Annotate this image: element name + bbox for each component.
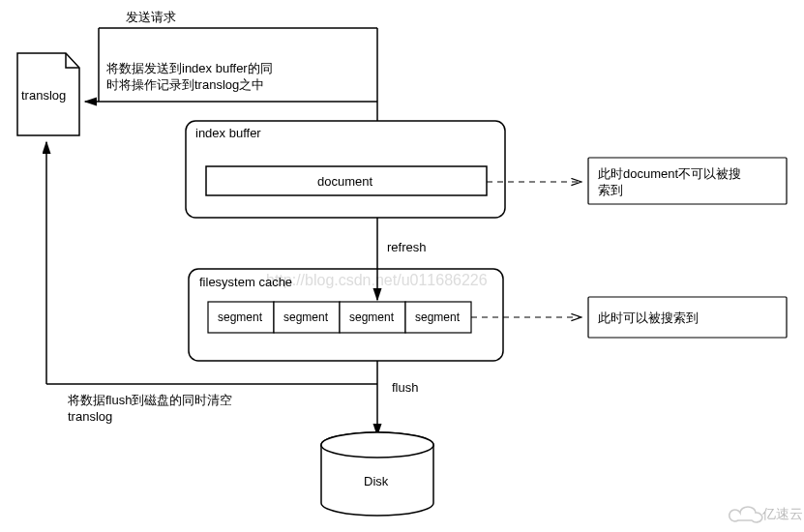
segment-2: segment bbox=[283, 310, 329, 324]
send-request-label: 发送请求 bbox=[126, 10, 176, 24]
note-searchable: 此时可以被搜索到 bbox=[588, 297, 787, 338]
segment-3: segment bbox=[349, 310, 395, 324]
translog-note-l1: 将数据发送到index buffer的同 bbox=[105, 61, 273, 75]
segments-row: segment segment segment segment bbox=[208, 302, 471, 333]
disk-cylinder: Disk bbox=[321, 432, 433, 516]
translog-file: translog bbox=[17, 53, 79, 135]
note-not-searchable-l1: 此时document不可以被搜 bbox=[598, 166, 741, 181]
flush-label: flush bbox=[392, 380, 418, 395]
translog-label: translog bbox=[21, 88, 66, 103]
brand-logo: 亿速云 bbox=[730, 506, 803, 522]
note-searchable-text: 此时可以被搜索到 bbox=[598, 310, 699, 325]
filesystem-cache-label: filesystem cache bbox=[199, 275, 292, 289]
brand-text: 亿速云 bbox=[761, 506, 803, 521]
index-buffer-box: index buffer document bbox=[186, 121, 505, 218]
document-label: document bbox=[317, 174, 372, 189]
svg-point-9 bbox=[321, 432, 433, 458]
note-not-searchable-l2: 索到 bbox=[598, 183, 623, 197]
segment-4: segment bbox=[415, 310, 461, 324]
segment-1: segment bbox=[218, 310, 263, 324]
flush-note-l2: translog bbox=[68, 409, 112, 424]
refresh-label: refresh bbox=[387, 240, 426, 254]
index-buffer-label: index buffer bbox=[195, 126, 261, 140]
disk-label: Disk bbox=[364, 474, 389, 488]
note-not-searchable: 此时document不可以被搜 索到 bbox=[588, 158, 787, 204]
translog-note-l2: 时将操作记录到translog之中 bbox=[106, 77, 264, 92]
flush-note-l1: 将数据flush到磁盘的同时清空 bbox=[67, 393, 232, 407]
